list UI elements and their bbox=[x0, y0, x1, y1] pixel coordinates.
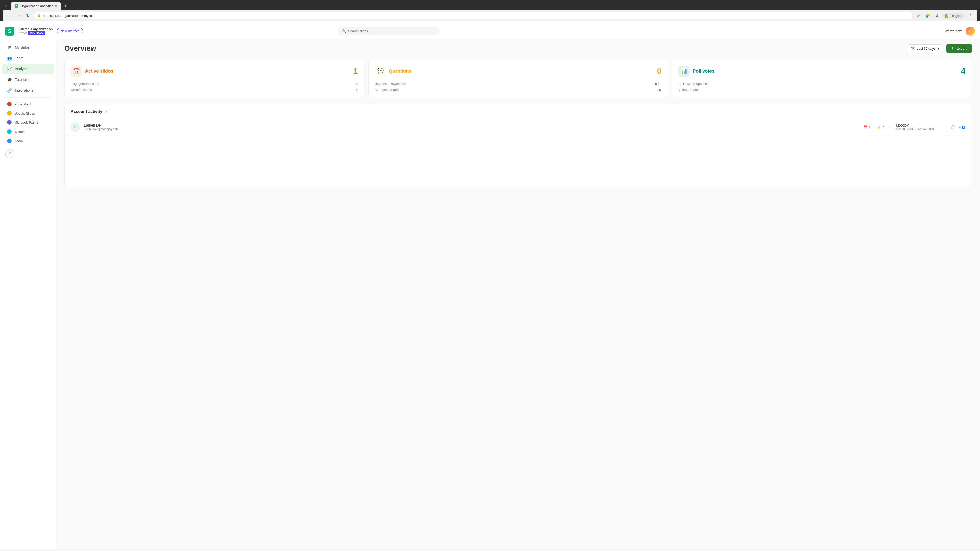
search-input[interactable] bbox=[348, 29, 436, 33]
stat-detail-row: Votes per poll 2 bbox=[678, 88, 966, 92]
stat-header: 📊 Poll votes 4 bbox=[678, 65, 966, 77]
tab-favicon: S bbox=[15, 4, 18, 8]
header-right: What's new L bbox=[945, 27, 975, 36]
stat-detail-row: Polls with responses 2 bbox=[678, 82, 966, 86]
my-slidos-icon: ⊞ bbox=[7, 45, 12, 50]
slidos-count-stat: 📅 1 bbox=[863, 125, 871, 129]
calendar-icon: 📅 bbox=[911, 47, 915, 51]
search-bar[interactable]: 🔍 bbox=[338, 27, 440, 35]
back-button[interactable]: ← bbox=[6, 13, 13, 19]
sidebar-item-tutorials[interactable]: 🎓 Tutorials bbox=[2, 75, 54, 85]
webex-icon bbox=[7, 129, 12, 134]
org-name: Lauren's organization bbox=[18, 27, 53, 31]
integration-label: Zoom bbox=[14, 139, 23, 143]
sidebar-item-team[interactable]: 👥 Team bbox=[2, 53, 54, 63]
slido-stats: 💬 4 👥 bbox=[951, 125, 966, 129]
active-tab[interactable]: S Organization analytics × bbox=[11, 2, 61, 10]
sidebar-item-webex[interactable]: Webex bbox=[2, 127, 54, 136]
sidebar-item-my-slidos[interactable]: ⊞ My slidos bbox=[2, 42, 54, 52]
download-button[interactable]: ⬇ bbox=[934, 12, 940, 19]
detail-label: Engagement score bbox=[71, 82, 99, 86]
empty-area bbox=[65, 136, 972, 187]
stat-title: Poll votes bbox=[693, 68, 714, 74]
stat-value: 1 bbox=[353, 67, 358, 76]
stat-details: Upvotes / Downvotes 0 / 0 Anonymous rate… bbox=[375, 82, 662, 92]
user-avatar: L bbox=[71, 122, 80, 132]
slido-votes-stat: 4 👥 bbox=[958, 125, 966, 129]
logo: S bbox=[5, 27, 14, 36]
detail-label: Votes per poll bbox=[678, 88, 698, 92]
tab-list-button[interactable]: ▾ bbox=[3, 3, 9, 9]
tab-title: Organization analytics bbox=[21, 4, 53, 8]
activity-header: Account activity ↗ bbox=[65, 104, 972, 118]
integration-label: Webex bbox=[14, 130, 24, 134]
forward-button[interactable]: → bbox=[15, 13, 22, 19]
stat-detail-row: Engagement score 4 bbox=[71, 82, 358, 86]
overview-header: Overview 📅 Last 30 days ▾ ⬇ Export bbox=[64, 44, 972, 53]
sidebar-item-label: Team bbox=[15, 56, 24, 60]
row-expand-chevron[interactable]: › bbox=[888, 124, 892, 130]
user-name: Lauren Deli bbox=[84, 123, 859, 127]
browser-actions: ☆ 🧩 ⬇ 🕵 Incognito ⋮ bbox=[915, 12, 974, 19]
incognito-badge: 🕵 Incognito bbox=[942, 13, 965, 19]
sidebar-item-google-slides[interactable]: Google Slides bbox=[2, 109, 54, 118]
sidebar-item-label: Analytics bbox=[15, 67, 29, 71]
votes-icon: ⚡ bbox=[877, 125, 881, 129]
address-bar[interactable]: 🔒 admin.sli.do/organization/analytics bbox=[33, 12, 913, 19]
stat-card-questions: 💬 Questions 0 Upvotes / Downvotes 0 / 0 … bbox=[368, 59, 668, 98]
integration-label: Microsoft Teams bbox=[14, 121, 38, 124]
date-picker[interactable]: 📅 Last 30 days ▾ bbox=[907, 44, 943, 53]
sidebar-item-label: Integrations bbox=[15, 88, 33, 92]
activity-title: Account activity bbox=[71, 110, 102, 114]
sidebar-item-zoom[interactable]: Zoom bbox=[2, 137, 54, 145]
browser-bar: ← → ↻ 🔒 admin.sli.do/organization/analyt… bbox=[3, 10, 977, 21]
detail-label: Upvotes / Downvotes bbox=[375, 82, 406, 86]
page-title: Overview bbox=[64, 44, 96, 52]
reload-button[interactable]: ↻ bbox=[24, 12, 31, 19]
lock-icon: 🔒 bbox=[37, 14, 41, 17]
sidebar-item-microsoft-teams[interactable]: Microsoft Teams bbox=[2, 118, 54, 127]
stat-title: Questions bbox=[389, 68, 411, 74]
avatar[interactable]: L bbox=[966, 27, 975, 36]
zoom-icon bbox=[7, 138, 12, 143]
sidebar-item-label: My slidos bbox=[15, 45, 30, 49]
sidebar-item-label: Tutorials bbox=[15, 78, 28, 82]
tab-close-button[interactable]: × bbox=[55, 4, 57, 8]
search-icon: 🔍 bbox=[342, 29, 346, 33]
detail-label: Created slidos bbox=[71, 88, 92, 92]
help-button[interactable]: ? bbox=[5, 149, 14, 159]
stat-header: 📅 Active slidos 1 bbox=[71, 65, 358, 77]
whats-new-button[interactable]: What's new bbox=[945, 29, 962, 33]
slido-votes-count: 4 bbox=[959, 125, 961, 129]
extensions-button[interactable]: 🧩 bbox=[924, 12, 932, 19]
questions-icon: 💬 bbox=[375, 65, 386, 77]
main-content: Overview 📅 Last 30 days ▾ ⬇ Export 📅 Ac bbox=[56, 38, 980, 549]
activity-slido-info: Moodoy Oct 10, 2024 – Oct 14, 2024 bbox=[896, 123, 947, 131]
upgrade-badge[interactable]: UPGRADE bbox=[28, 31, 45, 35]
team-icon: 👥 bbox=[7, 56, 12, 61]
sidebar-item-powerpoint[interactable]: PowerPoint bbox=[2, 100, 54, 108]
detail-label: Polls with responses bbox=[678, 82, 709, 86]
detail-label: Anonymous rate bbox=[375, 88, 399, 92]
slido-logo: S bbox=[5, 27, 14, 36]
powerpoint-icon bbox=[7, 102, 12, 106]
bookmark-button[interactable]: ☆ bbox=[915, 12, 921, 19]
export-button[interactable]: ⬇ Export bbox=[946, 44, 972, 53]
external-link-icon[interactable]: ↗ bbox=[104, 110, 107, 114]
slidos-count: 1 bbox=[869, 125, 871, 129]
slido-name: Moodoy bbox=[896, 123, 908, 127]
people-icon: 👥 bbox=[962, 125, 966, 129]
stat-title: Active slidos bbox=[85, 68, 113, 74]
tutorials-icon: 🎓 bbox=[7, 77, 12, 82]
more-options-button[interactable]: ⋮ bbox=[967, 12, 974, 19]
stat-card-poll-votes: 📊 Poll votes 4 Polls with responses 2 Vo… bbox=[672, 59, 972, 98]
detail-value: 2 bbox=[964, 82, 966, 86]
sidebar-item-integrations[interactable]: 🔗 Integrations bbox=[2, 85, 54, 95]
votes-count-stat: ⚡ 4 bbox=[877, 125, 884, 129]
new-interface-button[interactable]: New interface bbox=[57, 28, 83, 35]
questions-icon: 💬 bbox=[951, 125, 955, 129]
sidebar-item-analytics[interactable]: 📈 Analytics bbox=[2, 64, 54, 74]
new-tab-button[interactable]: + bbox=[62, 2, 69, 10]
google-slides-icon bbox=[7, 111, 12, 116]
date-range-label: Last 30 days bbox=[917, 47, 935, 51]
